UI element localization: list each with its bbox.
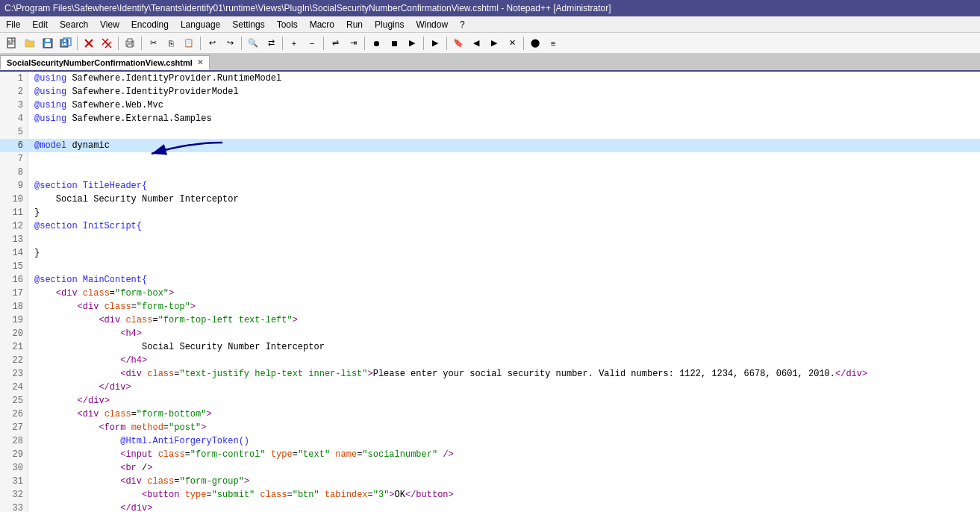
code-line-1: @using Safewhere.IdentityProvider.Runtim… (28, 72, 980, 85)
menu-plugins[interactable]: Plugins (369, 18, 410, 31)
code-line-14: } (28, 246, 980, 260)
code-line-2: @using Safewhere.IdentityProviderModel (28, 85, 980, 99)
menu-settings[interactable]: Settings (226, 18, 270, 31)
clear-bookmarks[interactable]: ✕ (504, 35, 520, 51)
bookmark-toggle[interactable]: 🔖 (450, 35, 466, 51)
copy-button[interactable]: ⎘ (163, 35, 179, 51)
code-line-3: @using Safewhere.Web.Mvc (28, 99, 980, 112)
tab-cshtml[interactable]: SocialSecurityNumberConfirmationView.csh… (0, 55, 210, 70)
open-button[interactable] (22, 35, 38, 51)
menu-encoding[interactable]: Encoding (125, 18, 175, 31)
menu-file[interactable]: File (0, 18, 26, 31)
code-line-23: <div class="text-justify help-text inner… (28, 367, 980, 381)
indent-button[interactable]: ⇥ (345, 35, 361, 51)
code-line-15 (28, 260, 980, 273)
svg-rect-18 (128, 39, 132, 42)
line-number-12: 12 (0, 219, 28, 233)
menu-view[interactable]: View (94, 18, 125, 31)
line-number-32: 32 (0, 488, 28, 502)
code-line-4: @using Safewhere.External.Samples (28, 112, 980, 125)
code-line-17: <div class="form-box"> (28, 287, 980, 300)
tab-close-icon[interactable]: ✕ (197, 58, 203, 66)
code-line-12: @section InitScript{ (28, 219, 980, 233)
close-button[interactable] (81, 35, 97, 51)
code-content[interactable]: @using Safewhere.IdentityProvider.Runtim… (28, 72, 980, 512)
line-number-9: 9 (0, 179, 28, 193)
save-all-button[interactable] (57, 35, 74, 51)
code-line-5 (28, 125, 980, 139)
line-number-8: 8 (0, 166, 28, 179)
line-number-4: 4 (0, 112, 28, 125)
toolbar: ✂ ⎘ 📋 ↩ ↪ 🔍 ⇄ + − ⇌ ⇥ ⏺ ⏹ ▶ ▶ 🔖 ◀ ▶ ✕ ⬤ … (0, 33, 980, 54)
line-number-24: 24 (0, 381, 28, 394)
title-bar-text: C:\Program Files\Safewhere\Identify\Tena… (4, 3, 976, 13)
code-line-9: @section TitleHeader{ (28, 179, 980, 193)
line-number-11: 11 (0, 206, 28, 219)
code-line-31: <div class="form-group"> (28, 475, 980, 488)
menu-window[interactable]: Window (410, 18, 454, 31)
find-button[interactable]: 🔍 (245, 35, 261, 51)
menu-edit[interactable]: Edit (26, 18, 54, 31)
zoom-in-button[interactable]: + (286, 35, 302, 51)
line-number-31: 31 (0, 475, 28, 488)
print-button[interactable] (122, 35, 138, 51)
line-number-13: 13 (0, 233, 28, 246)
line-number-33: 33 (0, 502, 28, 512)
line-number-19: 19 (0, 313, 28, 327)
line-number-7: 7 (0, 152, 28, 166)
cut-button[interactable]: ✂ (145, 35, 161, 51)
line-number-29: 29 (0, 448, 28, 461)
line-number-17: 17 (0, 287, 28, 300)
menu-tools[interactable]: Tools (271, 18, 304, 31)
syntax-button[interactable]: ⬤ (527, 35, 543, 51)
menu-search[interactable]: Search (54, 18, 94, 31)
line-numbers: 1234567891011121314151617181920212223242… (0, 72, 28, 512)
svg-point-20 (131, 42, 133, 43)
code-line-25: </div> (28, 394, 980, 408)
code-line-10: Social Security Number Interceptor (28, 193, 980, 206)
code-line-22: </h4> (28, 354, 980, 367)
line-number-27: 27 (0, 421, 28, 434)
paste-button[interactable]: 📋 (181, 35, 197, 51)
redo-button[interactable]: ↪ (222, 35, 238, 51)
macro-stop-button[interactable]: ⏹ (386, 35, 402, 51)
menu-bar: File Edit Search View Encoding Language … (0, 16, 980, 33)
line-number-16: 16 (0, 273, 28, 287)
code-line-6: @model dynamic (28, 139, 980, 152)
line-number-14: 14 (0, 246, 28, 260)
code-line-16: @section MainContent{ (28, 273, 980, 287)
line-number-5: 5 (0, 125, 28, 139)
line-number-22: 22 (0, 354, 28, 367)
macro-play-button[interactable]: ▶ (404, 35, 420, 51)
menu-run[interactable]: Run (340, 18, 369, 31)
code-area: 1234567891011121314151617181920212223242… (0, 72, 980, 512)
next-bookmark[interactable]: ▶ (486, 35, 502, 51)
run-button[interactable]: ▶ (427, 35, 443, 51)
code-line-11: } (28, 206, 980, 219)
undo-button[interactable]: ↩ (204, 35, 220, 51)
code-line-24: </div> (28, 381, 980, 394)
title-bar: C:\Program Files\Safewhere\Identify\Tena… (0, 0, 980, 16)
zoom-out-button[interactable]: − (304, 35, 320, 51)
code-line-29: <input class="form-control" type="text" … (28, 448, 980, 461)
menu-help[interactable]: ? (454, 18, 471, 31)
line-number-18: 18 (0, 300, 28, 313)
tab-bar: SocialSecurityNumberConfirmationView.csh… (0, 54, 980, 72)
replace-button[interactable]: ⇄ (263, 35, 279, 51)
line-number-23: 23 (0, 367, 28, 381)
code-line-18: <div class="form-top"> (28, 300, 980, 313)
macro-rec-button[interactable]: ⏺ (368, 35, 384, 51)
line-number-15: 15 (0, 260, 28, 273)
code-line-20: <h4> (28, 327, 980, 340)
line-number-30: 30 (0, 461, 28, 475)
save-button[interactable] (40, 35, 56, 51)
synced-scroll[interactable]: ≡ (545, 35, 561, 51)
prev-bookmark[interactable]: ◀ (468, 35, 484, 51)
line-number-3: 3 (0, 99, 28, 112)
menu-language[interactable]: Language (175, 18, 226, 31)
menu-macro[interactable]: Macro (304, 18, 340, 31)
word-wrap-button[interactable]: ⇌ (327, 35, 343, 51)
code-line-7 (28, 152, 980, 166)
close-all-button[interactable] (99, 35, 115, 51)
new-button[interactable] (4, 35, 20, 51)
